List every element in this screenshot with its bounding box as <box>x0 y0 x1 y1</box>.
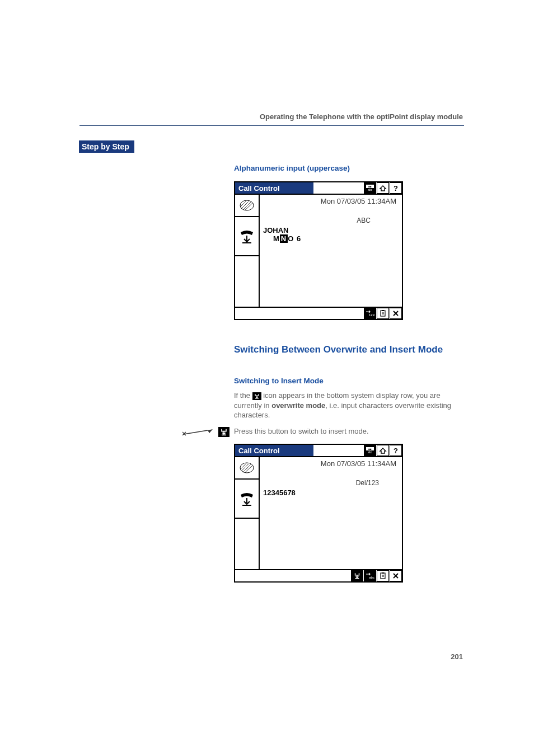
close-icon[interactable] <box>390 308 402 319</box>
pointer-arrow-icon <box>182 428 215 436</box>
clipboard-icon[interactable] <box>377 570 389 581</box>
home-icon[interactable] <box>377 182 389 194</box>
overwrite-mode-icon <box>252 392 261 400</box>
home-icon[interactable] <box>377 445 389 456</box>
chars-before-cursor: M <box>273 234 280 243</box>
input-editor[interactable]: MNO 6 <box>273 234 399 243</box>
input-mode-label: ABC <box>263 217 399 224</box>
datetime-label: Mon 07/03/05 11:34AM <box>263 459 399 468</box>
overwrite-mode-icon[interactable] <box>351 570 363 581</box>
input-mode-label: Del/123 <box>263 479 399 487</box>
phone-screen-uppercase: Call Control ■■abc ? <box>234 181 403 320</box>
handset-down-icon <box>235 480 259 519</box>
input-name: JOHAN <box>263 226 399 234</box>
svg-rect-38 <box>382 572 384 574</box>
switch-to-abc-icon[interactable]: abc <box>364 570 376 581</box>
svg-marker-20 <box>208 429 213 433</box>
svg-text:?: ? <box>394 184 398 192</box>
help-icon[interactable]: ? <box>390 445 402 456</box>
close-icon[interactable] <box>390 570 402 581</box>
numeric-input[interactable]: 12345678 <box>263 489 399 497</box>
svg-text:?: ? <box>394 447 398 454</box>
input-mode-icon[interactable]: ■■abc <box>364 445 376 456</box>
datetime-label: Mon 07/03/05 11:34AM <box>263 197 399 205</box>
svg-text:abc: abc <box>369 576 374 579</box>
chars-after-cursor: O 6 <box>288 234 301 243</box>
svg-rect-37 <box>381 573 385 579</box>
body-text-bold: overwrite mode <box>271 401 325 410</box>
screen-title: Call Control <box>235 182 313 194</box>
status-hatched-icon <box>235 195 259 217</box>
switch-mode-heading: Switching Between Overwrite and Insert M… <box>234 344 463 355</box>
svg-text:123: 123 <box>369 313 375 317</box>
input-mode-icon[interactable]: ■■abc <box>364 182 376 194</box>
svg-point-4 <box>240 200 254 210</box>
svg-text:abc: abc <box>368 188 373 191</box>
help-icon[interactable]: ? <box>390 182 402 194</box>
screen-title: Call Control <box>235 445 313 456</box>
switch-to-123-icon[interactable]: 123 <box>364 308 376 319</box>
step-by-step-header: Step by Step <box>79 140 134 153</box>
svg-text:abc: abc <box>368 450 373 454</box>
svg-line-32 <box>240 463 246 469</box>
body-text-segment: If the <box>234 391 252 400</box>
page-number: 201 <box>451 652 463 661</box>
running-header: Operating the Telephone with the optiPoi… <box>260 112 463 121</box>
svg-line-8 <box>240 201 246 207</box>
text-cursor: N <box>280 234 288 243</box>
svg-point-28 <box>240 463 254 473</box>
clipboard-icon[interactable] <box>377 308 389 319</box>
handset-down-icon <box>235 217 259 256</box>
status-hatched-icon <box>235 457 259 480</box>
uppercase-input-heading: Alphanumeric input (uppercase) <box>234 164 463 172</box>
insert-mode-subheading: Switching to Insert Mode <box>234 377 463 385</box>
press-button-text: Press this button to switch to insert mo… <box>234 427 369 435</box>
svg-rect-12 <box>381 311 385 316</box>
svg-rect-13 <box>382 310 384 311</box>
svg-line-19 <box>184 430 208 434</box>
overwrite-mode-button-icon[interactable] <box>218 427 229 437</box>
header-rule <box>79 125 464 126</box>
phone-screen-numeric: Call Control ■■abc ? <box>234 444 403 583</box>
